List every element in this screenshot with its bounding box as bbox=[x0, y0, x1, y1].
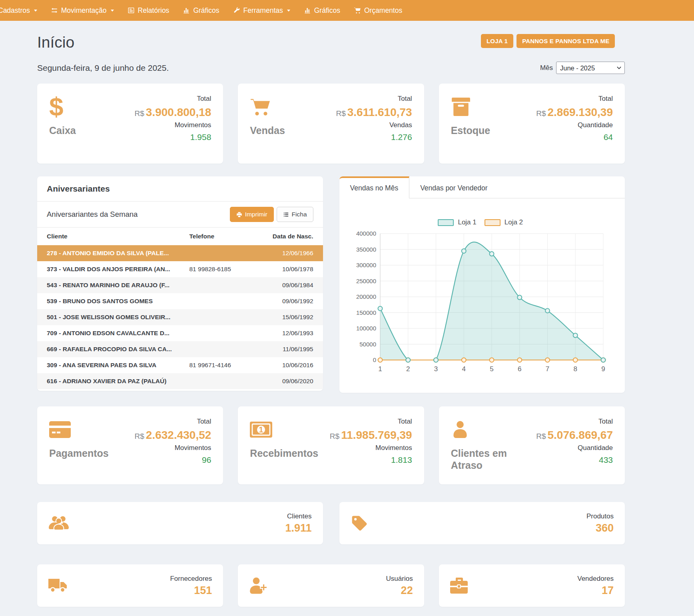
clientes-value: 1.911 bbox=[285, 522, 311, 534]
clientes-card: Clientes 1.911 bbox=[37, 502, 323, 544]
svg-text:0: 0 bbox=[373, 356, 376, 363]
clientes-label: Clientes bbox=[285, 512, 311, 520]
phone-cell: 81 99671-4146 bbox=[189, 362, 265, 369]
total-label: Total bbox=[330, 418, 412, 426]
shopping-cart-icon bbox=[250, 97, 271, 116]
table-row[interactable]: 616 - ADRIANO XAVIER DA PAZ (PALAÚ)09/06… bbox=[37, 373, 323, 389]
nav-item-label: Ferramentas bbox=[243, 6, 283, 15]
birthdate-cell: 12/06/1966 bbox=[265, 250, 313, 257]
printer-icon bbox=[236, 212, 242, 218]
vendedores-card: Vendedores 17 bbox=[439, 564, 625, 607]
nav-item-orcamentos[interactable]: Orçamentos bbox=[347, 0, 409, 21]
svg-text:7: 7 bbox=[545, 365, 549, 373]
table-row[interactable]: 309 - ANA SEVERINA PAES DA SILVA81 99671… bbox=[37, 357, 323, 373]
legend-swatch bbox=[485, 219, 501, 226]
month-select[interactable]: June - 2025 bbox=[556, 62, 625, 74]
credit-card-icon bbox=[49, 421, 71, 438]
nav-item-cadastros[interactable]: Cadastros bbox=[0, 0, 44, 21]
briefcase-icon bbox=[450, 578, 468, 594]
print-button[interactable]: Imprimir bbox=[230, 207, 274, 222]
pagamentos-total: R$2.632.430,52 bbox=[135, 429, 211, 442]
nav-item-graficos[interactable]: Gráficos bbox=[297, 0, 347, 21]
table-row[interactable]: 278 - ANTONIO EMIDIO DA SILVA (PALE...12… bbox=[37, 245, 323, 261]
col-telefone: Telefone bbox=[189, 233, 265, 240]
estoque-title: Estoque bbox=[451, 124, 515, 136]
table-row[interactable]: 543 - RENATO MARINHO DE ARAUJO (F...09/0… bbox=[37, 277, 323, 293]
ficha-button[interactable]: Ficha bbox=[277, 207, 313, 222]
legend-label: Loja 2 bbox=[505, 218, 523, 226]
quantidade-label: Quantidade bbox=[536, 444, 613, 452]
estoque-card: Estoque Total R$2.869.130,39 Quantidade … bbox=[439, 84, 625, 164]
svg-text:6: 6 bbox=[518, 365, 521, 373]
usuarios-label: Usuários bbox=[386, 575, 413, 583]
vendas-count: 1.276 bbox=[336, 132, 412, 142]
nav-item-movimentacao[interactable]: Movimentação bbox=[44, 0, 121, 21]
recebimentos-title: Recebimentos bbox=[250, 447, 314, 459]
pagamentos-count: 96 bbox=[135, 455, 211, 465]
produtos-label: Produtos bbox=[586, 512, 614, 520]
table-row[interactable]: 709 - ANTONIO EDSON CAVALCANTE D...12/06… bbox=[37, 325, 323, 341]
nav-item-label: Relatórios bbox=[138, 6, 170, 15]
caret-down-icon bbox=[34, 10, 37, 12]
svg-text:3: 3 bbox=[434, 365, 437, 373]
caret-down-icon bbox=[111, 10, 114, 12]
cart-icon bbox=[354, 7, 361, 14]
legend-loja-1[interactable]: Loja 1 bbox=[438, 218, 476, 226]
nav-item-label: Gráficos bbox=[193, 6, 219, 15]
movimentos-label: Movimentos bbox=[135, 444, 211, 452]
table-row[interactable]: 373 - VALDIR DOS ANJOS PEREIRA (AN...81 … bbox=[37, 261, 323, 277]
client-cell: 373 - VALDIR DOS ANJOS PEREIRA (AN... bbox=[47, 266, 189, 273]
usuarios-card: Usuários 22 bbox=[238, 564, 424, 607]
table-row[interactable]: 669 - RAFAELA PROCOPIO DA SILVA CA...11/… bbox=[37, 341, 323, 357]
fornecedores-value: 151 bbox=[170, 584, 212, 597]
client-cell: 278 - ANTONIO EMIDIO DA SILVA (PALE... bbox=[47, 250, 189, 257]
birthdate-cell: 12/06/1993 bbox=[265, 330, 313, 337]
recebimentos-card: 1 Recebimentos Total R$11.985.769,39 Mov… bbox=[238, 406, 424, 484]
recebimentos-total: R$11.985.769,39 bbox=[330, 429, 412, 442]
nav-item-ferramentas[interactable]: Ferramentas bbox=[226, 0, 297, 21]
vendas-total: R$3.611.610,73 bbox=[336, 106, 412, 119]
aniversariantes-subtitle: Aniversariantes da Semana bbox=[47, 210, 138, 219]
vendas-count-label: Vendas bbox=[336, 121, 412, 129]
main-navbar: CadastrosMovimentaçãoRelatóriosGráficosF… bbox=[0, 0, 694, 21]
total-label: Total bbox=[536, 418, 613, 426]
birthdate-cell: 15/06/1992 bbox=[265, 314, 313, 321]
fornecedores-card: Fornecedores 151 bbox=[37, 564, 223, 607]
table-row[interactable]: 501 - JOSE WELISSON GOMES OLIVEIR...15/0… bbox=[37, 309, 323, 325]
svg-text:350000: 350000 bbox=[356, 246, 376, 253]
legend-loja-2[interactable]: Loja 2 bbox=[485, 218, 523, 226]
svg-text:9: 9 bbox=[601, 365, 605, 373]
company-button[interactable]: PANNOS E PANNOS LTDA ME bbox=[517, 34, 615, 48]
bar-chart-icon bbox=[304, 7, 311, 14]
nav-item-relatorios[interactable]: Relatórios bbox=[121, 0, 176, 21]
client-cell: 543 - RENATO MARINHO DE ARAUJO (F... bbox=[47, 282, 189, 289]
tab-vendas-por-vendedor[interactable]: Vendas por Vendedor bbox=[409, 176, 498, 198]
transfer-icon bbox=[51, 7, 58, 14]
col-data-nasc: Data de Nasc. bbox=[265, 233, 313, 240]
store-button[interactable]: LOJA 1 bbox=[481, 34, 513, 48]
svg-text:200000: 200000 bbox=[356, 293, 376, 300]
nav-item-graficos[interactable]: Gráficos bbox=[176, 0, 226, 21]
birthdate-cell: 09/06/1992 bbox=[265, 298, 313, 305]
clientes-atraso-title: Clientes em Atraso bbox=[451, 447, 515, 471]
svg-text:4: 4 bbox=[462, 365, 465, 373]
truck-icon bbox=[48, 578, 68, 593]
svg-text:250000: 250000 bbox=[356, 278, 376, 284]
birthdate-cell: 10/06/1978 bbox=[265, 266, 313, 273]
clientes-atraso-count: 433 bbox=[536, 455, 613, 465]
table-row[interactable]: 539 - BRUNO DOS SANTOS GOMES09/06/1992 bbox=[37, 293, 323, 309]
produtos-card: Produtos 360 bbox=[339, 502, 625, 544]
nav-item-label: Gráficos bbox=[314, 6, 340, 15]
svg-text:1: 1 bbox=[378, 365, 382, 373]
svg-text:400000: 400000 bbox=[356, 230, 376, 237]
caixa-card: $ Caixa Total R$3.900.800,18 Movimentos … bbox=[37, 84, 223, 164]
vendedores-label: Vendedores bbox=[577, 575, 614, 583]
svg-text:2: 2 bbox=[406, 365, 410, 373]
users-group-icon bbox=[48, 515, 69, 531]
svg-text:8: 8 bbox=[573, 365, 577, 373]
pagamentos-title: Pagamentos bbox=[49, 447, 113, 459]
fornecedores-label: Fornecedores bbox=[170, 575, 212, 583]
clientes-atraso-total: R$5.076.869,67 bbox=[536, 429, 613, 442]
tab-vendas-no-mes[interactable]: Vendas no Mês bbox=[339, 176, 410, 198]
list-icon bbox=[283, 212, 289, 218]
